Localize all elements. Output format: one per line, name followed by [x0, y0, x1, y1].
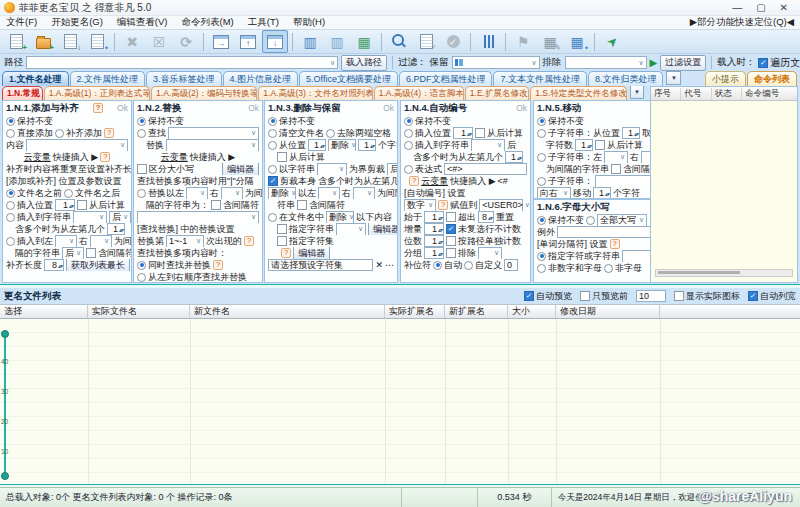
pin-button[interactable]: ➤ [599, 30, 625, 53]
count-spinner[interactable]: 1 [358, 139, 376, 151]
group-spinner[interactable]: 1 [424, 247, 444, 259]
radio-non-alnum[interactable]: 非数字和字母 [537, 262, 602, 274]
target-string-combo[interactable] [73, 211, 107, 223]
start-spinner[interactable]: 1 [424, 211, 444, 223]
insert-position-spinner[interactable]: 1 [55, 199, 75, 211]
charset-checkbox[interactable]: 指定字符集 [277, 235, 334, 247]
subtab-regex[interactable]: 1.A.高级(1)：正则表达式等 [44, 86, 150, 100]
include-sep-checkbox[interactable]: 含间隔符 [297, 199, 345, 211]
include-sep-checkbox[interactable]: 含间隔符 [211, 199, 259, 211]
right-combo[interactable] [353, 187, 375, 199]
radio-insert-position[interactable]: 插入位置 [6, 199, 53, 211]
preview-count-field[interactable]: 10 [636, 290, 666, 302]
new-file-button[interactable]: + [3, 30, 29, 53]
keep-filter-combo[interactable] [452, 56, 540, 69]
help-icon[interactable]: ? [100, 152, 110, 162]
col-new-ext[interactable]: 新扩展名 [445, 305, 508, 318]
filter-settings-button[interactable]: 过滤设置 [660, 55, 706, 71]
position-combo[interactable]: 后 [109, 211, 131, 223]
cloud-var-link[interactable]: 云变量 [24, 151, 51, 163]
col-new-name[interactable]: 新文件名 [190, 305, 385, 318]
replace-combo[interactable] [166, 139, 259, 151]
between-value-combo[interactable] [137, 211, 259, 223]
col-command-id[interactable]: 命令编号 [742, 88, 797, 100]
occurrence-combo[interactable]: 1~-1 [166, 235, 204, 247]
auto-preview-checkbox[interactable]: 自动预览 [524, 290, 572, 303]
load-path-button[interactable]: 载入路径 [341, 55, 387, 71]
target-string-combo[interactable] [471, 139, 505, 151]
case-sensitive-checkbox[interactable]: 区分大小写 [137, 163, 194, 175]
apply-filter-icon[interactable]: ▶ [650, 57, 658, 68]
subtab-overflow-dropdown[interactable]: ▼ [630, 86, 644, 99]
help-icon[interactable]: ? [610, 239, 620, 249]
radio-direct-add[interactable]: 直接添加 [6, 127, 53, 139]
from-end-checkbox[interactable]: 从后计算 [277, 151, 325, 163]
menu-command-list[interactable]: 命令列表(M) [182, 16, 234, 29]
direction-combo[interactable]: 向右 [537, 187, 571, 199]
col-code[interactable]: 代号 [681, 88, 711, 100]
left-combo[interactable] [55, 235, 77, 247]
subtab-mapping-list[interactable]: 1.A.高级(3)：文件名对照列表 [258, 86, 372, 100]
help-icon[interactable]: ? [104, 128, 114, 138]
left-combo[interactable] [186, 187, 208, 199]
specified-string-checkbox[interactable]: 指定字符串 [277, 223, 334, 235]
radio-specified-chars[interactable]: 指定字符或字符串 [537, 250, 620, 262]
menu-start-rename[interactable]: 开始更名(G) [51, 16, 103, 29]
menu-quick-locate[interactable]: ▶部分功能快速定位(Q)◀ [690, 16, 794, 29]
delete-button[interactable]: ✖ [119, 30, 145, 53]
radio-left-to-right[interactable]: 从左到右顺序查找并替换 [137, 271, 247, 283]
tab-music-tag[interactable]: 3.音乐标签处理 [146, 71, 222, 86]
number-type-combo[interactable]: 数字 [404, 199, 436, 211]
col-actual-ext[interactable]: 实际扩展名 [385, 305, 445, 318]
radio-before-name[interactable]: 文件名之前 [6, 187, 62, 199]
from-end-checkbox[interactable]: 从后计算 [595, 139, 643, 151]
preset-charset-field[interactable]: 请选择预设字符集 [268, 259, 373, 271]
col-modified-date[interactable]: 修改日期 [556, 305, 660, 318]
editor-button[interactable]: 编辑器 [368, 223, 397, 235]
panel-down-button[interactable]: ↓ [262, 30, 288, 53]
clear-icon[interactable]: ✕ [375, 260, 383, 270]
radio-by-string[interactable]: 以字符串 [268, 163, 315, 175]
char-count-spinner[interactable]: 1 [575, 139, 593, 151]
radio-keep[interactable]: 保持不变 [6, 115, 53, 127]
radio-substring-custom[interactable]: 子字符串： [537, 175, 593, 187]
tab-filename[interactable]: 1.文件名处理 [2, 71, 69, 86]
help-icon[interactable]: ? [438, 200, 448, 210]
increment-spinner[interactable]: 1 [424, 223, 444, 235]
load-list-button[interactable]: ↓ [57, 30, 83, 53]
radio-insert-to-string[interactable]: 插入到字符串 [6, 211, 71, 223]
tab-file-attr[interactable]: 2.文件属性处理 [70, 71, 146, 86]
tab-pdf[interactable]: 6.PDF文档属性处理 [399, 71, 493, 86]
left-combo[interactable] [318, 187, 340, 199]
auto-column-width-checkbox[interactable]: 自动列宽 [748, 290, 796, 303]
left-combo[interactable] [604, 151, 628, 163]
scrollbar-thumb[interactable] [658, 271, 740, 274]
columns-middle-button[interactable]: ▥ [324, 30, 350, 53]
skip-unchecked-checkbox[interactable]: 未复选行不计数 [446, 223, 521, 235]
digits-spinner[interactable]: 1 [424, 235, 444, 247]
move-count-spinner[interactable]: 1 [593, 187, 611, 199]
radio-find[interactable]: 查找 [137, 127, 166, 139]
from-end-checkbox[interactable]: 从后计算 [77, 199, 125, 211]
help-icon[interactable]: ? [281, 248, 291, 258]
minimize-button[interactable]: — [732, 2, 742, 13]
table-edit-button[interactable]: ▦✎ [537, 30, 563, 53]
col-size[interactable]: 大小 [508, 305, 556, 318]
delete-mode-combo3[interactable]: 删除 [326, 211, 354, 223]
radio-insert-to-string[interactable]: 插入到字符串 [404, 139, 469, 151]
slider-knob-bottom[interactable] [1, 472, 9, 480]
radio-in-filename[interactable]: 在文件名中 [268, 211, 324, 223]
assign-combo[interactable]: <USER0> [479, 199, 523, 211]
clear-list-button[interactable]: ☒ [146, 30, 172, 53]
cloud-var-link[interactable]: 云变量 [421, 175, 448, 187]
tab-office[interactable]: 5.Office文档摘要处理 [299, 71, 398, 86]
radio-change-case[interactable] [586, 216, 595, 225]
position-spinner[interactable]: 1 [308, 139, 326, 151]
exclude-combo[interactable] [478, 247, 502, 259]
from-end-checkbox[interactable]: 从后计算 [475, 127, 523, 139]
charset-editor-button[interactable]: 编辑器 [293, 247, 330, 259]
right-combo[interactable] [90, 235, 112, 247]
command-list-hscrollbar[interactable] [655, 269, 793, 277]
add-folder-button[interactable]: + [30, 30, 56, 53]
table-save-button[interactable]: ▦▪ [564, 30, 590, 53]
